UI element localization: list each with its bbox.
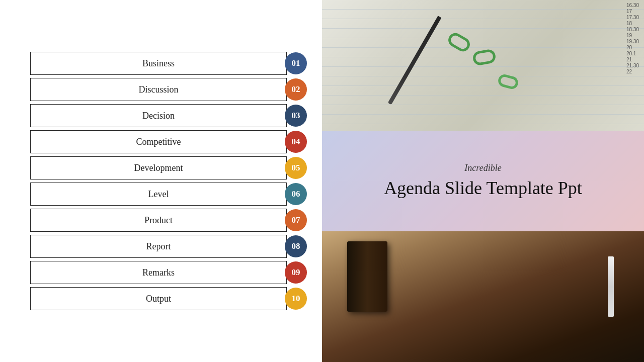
agenda-number-01: 01	[285, 52, 307, 74]
agenda-label-discussion: Discussion	[30, 78, 287, 101]
agenda-label-report: Report	[30, 235, 287, 258]
agenda-label-remarks: Remarks	[30, 261, 287, 284]
agenda-row: Discussion02	[30, 78, 307, 101]
agenda-number-10: 10	[285, 288, 307, 310]
agenda-number-03: 03	[285, 105, 307, 127]
agenda-number-08: 08	[285, 235, 307, 257]
agenda-number-07: 07	[285, 209, 307, 231]
calendar-number: 19	[626, 33, 639, 38]
notebook-background: 16.301717.301818.301919.302020.12121.302…	[322, 0, 644, 131]
right-panel: 16.301717.301818.301919.302020.12121.302…	[322, 0, 644, 362]
agenda-number-09: 09	[285, 261, 307, 284]
agenda-number-02: 02	[285, 78, 307, 101]
calendar-number: 18.30	[626, 27, 639, 32]
agenda-label-business: Business	[30, 52, 287, 75]
agenda-number-05: 05	[285, 157, 307, 179]
promo-subtitle: Incredible	[464, 163, 501, 173]
calendar-number: 20	[626, 45, 639, 50]
calendar-number: 16.30	[626, 3, 639, 8]
agenda-row: Report08	[30, 235, 307, 258]
promo-section: Incredible Agenda Slide Template Ppt	[322, 131, 644, 231]
agenda-number-06: 06	[285, 183, 307, 205]
ribbon-icon	[608, 256, 614, 317]
calendar-number: 19.30	[626, 39, 639, 44]
notebook-lines	[322, 0, 644, 131]
agenda-number-04: 04	[285, 131, 307, 153]
agenda-row: Development05	[30, 156, 307, 179]
book-spine	[347, 241, 387, 312]
agenda-row: Product07	[30, 209, 307, 232]
bottom-photo	[322, 231, 644, 362]
calendar-number: 20.1	[626, 51, 639, 56]
calendar-overlay: 16.301717.301818.301919.302020.12121.302…	[626, 3, 639, 74]
calendar-number: 17	[626, 9, 639, 14]
promo-title: Agenda Slide Template Ppt	[384, 177, 582, 199]
agenda-label-development: Development	[30, 156, 287, 179]
agenda-label-decision: Decision	[30, 104, 287, 127]
agenda-row: Output10	[30, 287, 307, 310]
agenda-label-competitive: Competitive	[30, 130, 287, 153]
agenda-label-output: Output	[30, 287, 287, 310]
left-panel: Business01Discussion02Decision03Competit…	[0, 0, 322, 362]
calendar-number: 21	[626, 57, 639, 62]
top-photo: 16.301717.301818.301919.302020.12121.302…	[322, 0, 644, 131]
agenda-row: Competitive04	[30, 130, 307, 153]
agenda-row: Decision03	[30, 104, 307, 127]
agenda-row: Remarks09	[30, 261, 307, 284]
calendar-number: 22	[626, 69, 639, 74]
agenda-row: Level06	[30, 183, 307, 206]
agenda-label-product: Product	[30, 209, 287, 232]
calendar-number: 17.30	[626, 15, 639, 20]
calendar-number: 21.30	[626, 63, 639, 68]
calendar-number: 18	[626, 21, 639, 26]
agenda-row: Business01	[30, 52, 307, 75]
agenda-label-level: Level	[30, 183, 287, 206]
